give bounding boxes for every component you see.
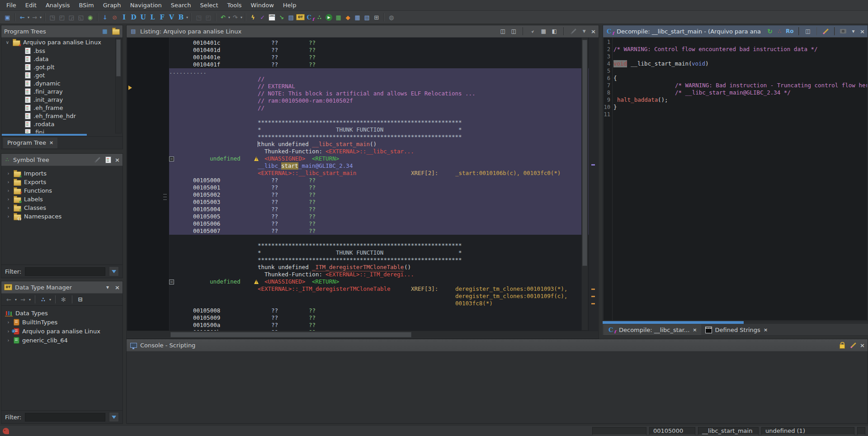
undo-dropdown-icon[interactable]: ▾ [228, 15, 230, 19]
decompile-line[interactable] [613, 53, 867, 60]
chevron-collapsed-icon[interactable]: › [6, 171, 11, 176]
menu-search[interactable]: Search [166, 1, 196, 9]
program-trees-hscroll-thumb[interactable] [2, 134, 87, 136]
listing-line[interactable]: // ram:00105000-ram:0010502f [169, 97, 589, 104]
patch-byte-icon[interactable]: ◲ [67, 12, 75, 22]
chevron-down-icon[interactable]: ▾ [49, 298, 51, 302]
chevron-collapsed-icon[interactable]: › [6, 214, 11, 219]
go-to-symbol-icon[interactable] [104, 156, 112, 164]
listing-line[interactable]: 0010401f???? [169, 61, 589, 68]
edit-icon[interactable] [822, 28, 829, 35]
close-icon[interactable]: × [860, 28, 865, 35]
bookmark-tick[interactable] [591, 303, 595, 304]
letters-dropdown-icon[interactable]: ▾ [186, 15, 188, 19]
listing-line[interactable]: 00105008???? [169, 307, 589, 314]
listing-line[interactable]: 0010401e???? [169, 54, 589, 61]
chevron-collapsed-icon[interactable]: › [6, 320, 11, 325]
tree-item-section[interactable]: .got [1, 71, 116, 79]
tree-item-section[interactable]: .dynamic [1, 79, 116, 87]
listing-line[interactable]: 00105004???? [169, 206, 589, 213]
save-icon[interactable]: ▣ [3, 12, 12, 22]
merge-in-icon[interactable]: ◳ [194, 12, 203, 22]
tree-root-data-types[interactable]: Data Types [1, 308, 122, 318]
chevron-collapsed-icon[interactable]: › [6, 329, 11, 334]
filter-options-icon[interactable] [109, 266, 119, 276]
chevron-collapsed-icon[interactable]: › [6, 205, 11, 210]
listing-line[interactable]: 00105006???? [169, 220, 589, 227]
listing-line[interactable]: thunk undefined __libc_start_main() [169, 141, 589, 148]
letter-l-icon[interactable]: L [148, 12, 157, 22]
chevron-down-icon[interactable]: ▾ [104, 284, 112, 291]
chevron-collapsed-icon[interactable]: › [6, 188, 11, 193]
listing-line[interactable]: __libc_start_main@GLIBC_2.34 [169, 162, 589, 170]
listing-line[interactable]: 00105003???? [169, 199, 589, 206]
ghidra-logo-icon[interactable] [3, 428, 9, 434]
decompile-line[interactable] [613, 111, 867, 118]
rename-icon[interactable]: Ro [786, 28, 793, 35]
tree-item-section[interactable]: .got.plt [1, 63, 116, 71]
decompile-line[interactable] [613, 38, 867, 46]
listing-line[interactable]: −undefined<UNASSIGNED><RETURN> [169, 278, 589, 285]
decompile-line[interactable]: /* WARNING: Control flow encountered bad… [613, 46, 867, 53]
tree-item-section[interactable]: .bss [1, 47, 116, 55]
next-dt-icon[interactable]: → [19, 294, 27, 304]
scroll-lock-icon[interactable] [838, 341, 846, 349]
listing-line[interactable]: 00105009???? [169, 314, 589, 322]
data-type-manager-icon[interactable]: DT [296, 12, 305, 22]
menu-bsim[interactable]: BSim [75, 1, 99, 9]
listing-body[interactable]: 0010401c????0010401d????0010401e????0010… [127, 38, 598, 338]
tree-item-section[interactable]: .eh_frame [1, 104, 116, 112]
listing-line[interactable]: 0010401d???? [169, 47, 589, 54]
import-icon[interactable]: ↘ [277, 12, 286, 22]
redo-icon[interactable]: ↷ [231, 12, 240, 22]
letter-i-icon[interactable]: I [120, 12, 128, 22]
menu-select[interactable]: Select [195, 1, 222, 9]
listing-hscrollbar[interactable] [127, 331, 598, 338]
run-script-icon[interactable]: ▶ [325, 12, 333, 22]
pull-down-icon[interactable]: ↓ [101, 12, 109, 22]
back-dropdown-icon[interactable]: ▾ [28, 15, 29, 19]
copy-icon[interactable]: ◫ [499, 28, 507, 35]
filter-options-icon[interactable] [109, 412, 119, 422]
listing-line[interactable]: ........... [169, 68, 589, 76]
new-tree-icon[interactable]: ▦ [101, 28, 109, 35]
collapse-all-icon[interactable]: ⊟ [76, 294, 85, 304]
close-icon[interactable]: × [115, 156, 120, 163]
graph-icon[interactable]: ∴ [776, 28, 783, 35]
open-tree-icon[interactable] [112, 28, 120, 35]
listing-line[interactable]: 00105005???? [169, 213, 589, 220]
merge-out-icon[interactable]: ◰ [204, 12, 212, 22]
binary-view-icon[interactable]: 1001 [268, 12, 276, 22]
bytes-table-icon[interactable]: ▦ [353, 12, 362, 22]
symbol-filter-input[interactable] [25, 267, 105, 276]
letter-u-icon[interactable]: U [139, 12, 147, 22]
listing-line[interactable]: deregister_tm_clones:0010109f(c), [169, 293, 589, 300]
tree-item-section[interactable]: .data [1, 55, 116, 63]
copy-icon[interactable]: ◫ [804, 28, 811, 35]
chevron-expanded-icon[interactable]: ∨ [5, 40, 10, 45]
tree-item-archive[interactable]: ›✓Arquivo para analise Linux [1, 327, 122, 336]
listing-line[interactable]: 0010500a???? [169, 322, 589, 329]
tab-program-tree[interactable]: Program Tree × [3, 137, 57, 148]
listing-line[interactable]: // [169, 76, 589, 83]
listing-line[interactable]: ****************************************… [169, 133, 589, 141]
listing-line[interactable]: ****************************************… [169, 242, 589, 249]
symbol-table-icon[interactable]: ⊞ [372, 12, 381, 22]
decompiler-icon[interactable]: C [306, 12, 314, 22]
menu-graph[interactable]: Graph [99, 1, 126, 9]
decompile-line[interactable]: /* WARNING: Bad instruction - Truncating… [613, 82, 867, 89]
clear-console-icon[interactable] [849, 341, 857, 349]
tree-item-classes[interactable]: ›CClasses [1, 204, 122, 212]
edit-icon[interactable] [569, 28, 577, 35]
listing-line[interactable]: 00103fc8(*) [169, 300, 589, 307]
forward-icon[interactable]: → [30, 12, 39, 22]
decompile-line[interactable]: void__libc_start_main(void) [613, 60, 867, 67]
chevron-collapsed-icon[interactable]: › [6, 180, 11, 185]
listing-line[interactable]: Thunked-Function: <EXTERNAL>::_ITM_dereg… [169, 271, 589, 278]
close-icon[interactable]: × [764, 327, 768, 333]
patch-data-icon[interactable]: ◰ [57, 12, 66, 22]
tab-decompile[interactable]: C Decompile: __libc_star... × [604, 324, 701, 335]
menu-edit[interactable]: Edit [21, 1, 41, 9]
tree-item-labels[interactable]: ›●Labels [1, 195, 122, 204]
snapshot-icon[interactable]: ◉ [86, 12, 94, 22]
